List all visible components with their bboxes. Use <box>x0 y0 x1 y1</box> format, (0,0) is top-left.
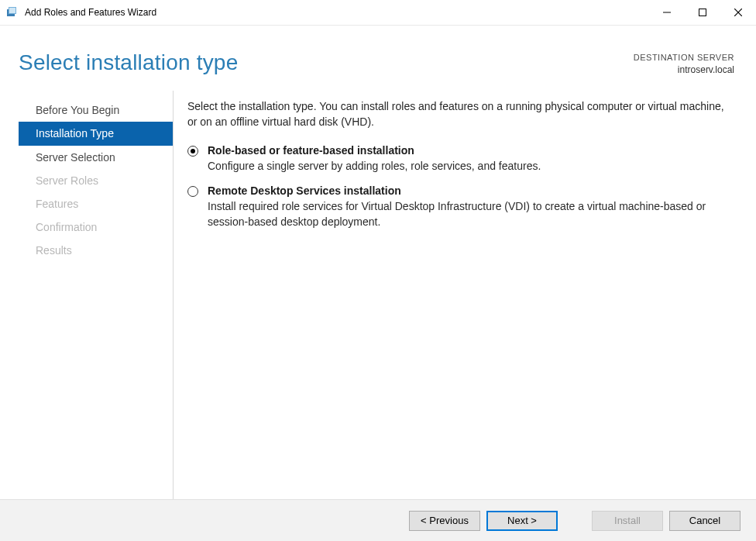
destination-block: DESTINATION SERVER introserv.local <box>634 50 734 77</box>
header: Select installation type DESTINATION SER… <box>0 26 756 91</box>
step-features: Features <box>19 192 173 215</box>
step-confirmation: Confirmation <box>19 215 173 239</box>
step-before-you-begin[interactable]: Before You Begin <box>19 98 173 122</box>
close-button[interactable] <box>720 0 756 25</box>
option-rds[interactable]: Remote Desktop Services installation Ins… <box>187 184 734 230</box>
option-title: Remote Desktop Services installation <box>208 184 719 197</box>
option-role-based[interactable]: Role-based or feature-based installation… <box>187 144 734 174</box>
footer-buttons: < Previous Next > Install Cancel <box>0 499 756 541</box>
intro-text: Select the installation type. You can in… <box>187 98 730 130</box>
destination-value: introserv.local <box>634 64 734 77</box>
svg-rect-2 <box>9 8 15 13</box>
maximize-button[interactable] <box>685 0 720 25</box>
radio-role-based[interactable] <box>187 146 198 157</box>
svg-rect-3 <box>699 9 706 16</box>
step-results: Results <box>19 239 173 262</box>
destination-label: DESTINATION SERVER <box>634 52 734 64</box>
step-server-selection[interactable]: Server Selection <box>19 146 173 169</box>
install-button: Install <box>592 511 663 531</box>
previous-button[interactable]: < Previous <box>409 511 480 531</box>
page-title: Select installation type <box>19 50 238 75</box>
cancel-button[interactable]: Cancel <box>669 511 741 531</box>
minimize-button[interactable] <box>649 0 685 25</box>
option-desc: Install required role services for Virtu… <box>208 198 719 230</box>
window-title: Add Roles and Features Wizard <box>25 7 649 18</box>
wizard-steps-sidebar: Before You Begin Installation Type Serve… <box>19 91 174 499</box>
wizard-icon <box>6 6 19 19</box>
radio-rds[interactable] <box>187 186 198 197</box>
option-title: Role-based or feature-based installation <box>208 144 541 157</box>
content-pane: Select the installation type. You can in… <box>174 91 737 499</box>
next-button[interactable]: Next > <box>486 511 558 531</box>
step-server-roles: Server Roles <box>19 169 173 192</box>
option-desc: Configure a single server by adding role… <box>208 158 541 174</box>
step-installation-type[interactable]: Installation Type <box>19 122 173 145</box>
titlebar: Add Roles and Features Wizard <box>0 0 756 26</box>
